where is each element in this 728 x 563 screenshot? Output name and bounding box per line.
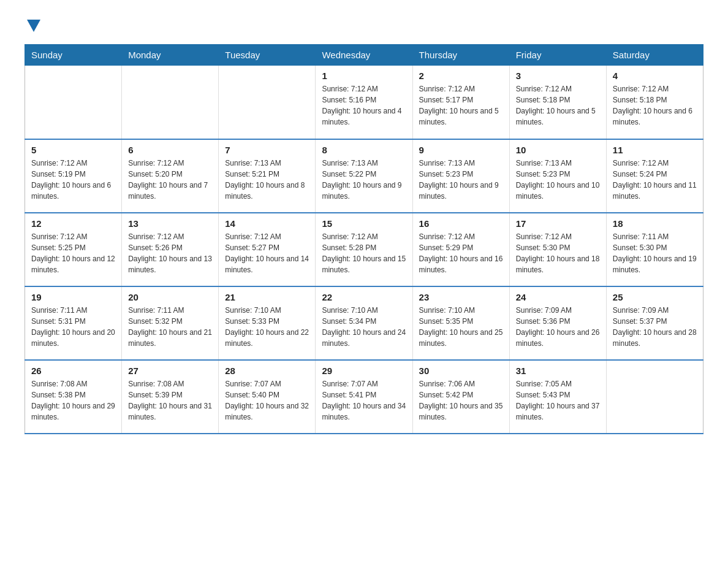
calendar-cell: 17Sunrise: 7:12 AMSunset: 5:30 PMDayligh…	[509, 213, 606, 286]
day-number: 22	[322, 292, 406, 302]
calendar-cell: 9Sunrise: 7:13 AMSunset: 5:23 PMDaylight…	[412, 139, 509, 213]
calendar-cell: 30Sunrise: 7:06 AMSunset: 5:42 PMDayligh…	[412, 360, 509, 434]
day-number: 28	[225, 366, 309, 376]
day-number: 5	[31, 145, 115, 155]
calendar-cell: 20Sunrise: 7:11 AMSunset: 5:32 PMDayligh…	[122, 286, 219, 360]
day-info: Sunrise: 7:12 AMSunset: 5:16 PMDaylight:…	[322, 83, 406, 128]
day-number: 6	[128, 145, 212, 155]
header-friday: Friday	[509, 45, 606, 66]
calendar-cell: 2Sunrise: 7:12 AMSunset: 5:17 PMDaylight…	[412, 66, 509, 139]
day-number: 9	[419, 145, 503, 155]
logo-triangle-icon	[27, 20, 40, 32]
calendar-cell: 13Sunrise: 7:12 AMSunset: 5:26 PMDayligh…	[122, 213, 219, 286]
day-info: Sunrise: 7:11 AMSunset: 5:32 PMDaylight:…	[128, 305, 212, 349]
day-number: 3	[516, 71, 600, 81]
calendar-cell: 4Sunrise: 7:12 AMSunset: 5:18 PMDaylight…	[606, 66, 703, 139]
day-number: 8	[322, 145, 406, 155]
day-info: Sunrise: 7:12 AMSunset: 5:30 PMDaylight:…	[516, 231, 600, 275]
day-info: Sunrise: 7:07 AMSunset: 5:40 PMDaylight:…	[225, 378, 309, 423]
day-info: Sunrise: 7:09 AMSunset: 5:36 PMDaylight:…	[516, 305, 600, 349]
day-info: Sunrise: 7:11 AMSunset: 5:30 PMDaylight:…	[613, 231, 697, 275]
day-number: 11	[613, 145, 697, 155]
day-number: 21	[225, 292, 309, 302]
day-number: 13	[128, 218, 212, 229]
day-info: Sunrise: 7:06 AMSunset: 5:42 PMDaylight:…	[419, 378, 503, 423]
day-info: Sunrise: 7:12 AMSunset: 5:19 PMDaylight:…	[31, 158, 115, 202]
calendar-week-row: 19Sunrise: 7:11 AMSunset: 5:31 PMDayligh…	[25, 286, 703, 360]
day-info: Sunrise: 7:12 AMSunset: 5:20 PMDaylight:…	[128, 158, 212, 202]
day-number: 1	[322, 71, 406, 81]
calendar-cell: 25Sunrise: 7:09 AMSunset: 5:37 PMDayligh…	[606, 286, 703, 360]
calendar-cell: 22Sunrise: 7:10 AMSunset: 5:34 PMDayligh…	[316, 286, 412, 360]
header-thursday: Thursday	[412, 45, 509, 66]
calendar-cell: 6Sunrise: 7:12 AMSunset: 5:20 PMDaylight…	[122, 139, 219, 213]
day-info: Sunrise: 7:12 AMSunset: 5:27 PMDaylight:…	[225, 231, 309, 275]
calendar-week-row: 5Sunrise: 7:12 AMSunset: 5:19 PMDaylight…	[25, 139, 703, 213]
calendar-cell: 11Sunrise: 7:12 AMSunset: 5:24 PMDayligh…	[606, 139, 703, 213]
header-wednesday: Wednesday	[316, 45, 412, 66]
day-info: Sunrise: 7:12 AMSunset: 5:26 PMDaylight:…	[128, 231, 212, 275]
calendar-cell: 31Sunrise: 7:05 AMSunset: 5:43 PMDayligh…	[509, 360, 606, 434]
calendar-cell: 12Sunrise: 7:12 AMSunset: 5:25 PMDayligh…	[25, 213, 122, 286]
day-number: 15	[322, 218, 406, 229]
calendar-header-row: Sunday Monday Tuesday Wednesday Thursday…	[25, 45, 703, 66]
logo	[25, 18, 40, 32]
day-info: Sunrise: 7:13 AMSunset: 5:22 PMDaylight:…	[322, 158, 406, 202]
day-number: 12	[31, 218, 115, 229]
calendar-cell: 19Sunrise: 7:11 AMSunset: 5:31 PMDayligh…	[25, 286, 122, 360]
calendar-cell: 21Sunrise: 7:10 AMSunset: 5:33 PMDayligh…	[219, 286, 316, 360]
calendar-cell	[219, 66, 316, 139]
calendar-cell	[122, 66, 219, 139]
header-monday: Monday	[122, 45, 219, 66]
header-tuesday: Tuesday	[219, 45, 316, 66]
day-number: 24	[516, 292, 600, 302]
day-info: Sunrise: 7:12 AMSunset: 5:29 PMDaylight:…	[419, 231, 503, 275]
day-info: Sunrise: 7:12 AMSunset: 5:25 PMDaylight:…	[31, 231, 115, 275]
calendar-cell: 26Sunrise: 7:08 AMSunset: 5:38 PMDayligh…	[25, 360, 122, 434]
calendar-cell	[606, 360, 703, 434]
day-number: 10	[516, 145, 600, 155]
day-number: 4	[613, 71, 697, 81]
day-info: Sunrise: 7:10 AMSunset: 5:34 PMDaylight:…	[322, 305, 406, 349]
day-number: 19	[31, 292, 115, 302]
calendar-cell: 8Sunrise: 7:13 AMSunset: 5:22 PMDaylight…	[316, 139, 412, 213]
day-info: Sunrise: 7:12 AMSunset: 5:18 PMDaylight:…	[516, 83, 600, 128]
day-info: Sunrise: 7:08 AMSunset: 5:38 PMDaylight:…	[31, 378, 115, 423]
calendar-cell: 15Sunrise: 7:12 AMSunset: 5:28 PMDayligh…	[316, 213, 412, 286]
day-number: 23	[419, 292, 503, 302]
day-number: 31	[516, 366, 600, 376]
day-number: 26	[31, 366, 115, 376]
day-info: Sunrise: 7:10 AMSunset: 5:35 PMDaylight:…	[419, 305, 503, 349]
day-info: Sunrise: 7:08 AMSunset: 5:39 PMDaylight:…	[128, 378, 212, 423]
day-number: 25	[613, 292, 697, 302]
day-info: Sunrise: 7:13 AMSunset: 5:21 PMDaylight:…	[225, 158, 309, 202]
calendar-week-row: 26Sunrise: 7:08 AMSunset: 5:38 PMDayligh…	[25, 360, 703, 434]
calendar-week-row: 1Sunrise: 7:12 AMSunset: 5:16 PMDaylight…	[25, 66, 703, 139]
header-sunday: Sunday	[25, 45, 122, 66]
svg-marker-0	[27, 20, 40, 32]
day-number: 30	[419, 366, 503, 376]
day-number: 7	[225, 145, 309, 155]
calendar-cell: 10Sunrise: 7:13 AMSunset: 5:23 PMDayligh…	[509, 139, 606, 213]
calendar-cell: 23Sunrise: 7:10 AMSunset: 5:35 PMDayligh…	[412, 286, 509, 360]
day-number: 20	[128, 292, 212, 302]
day-number: 14	[225, 218, 309, 229]
day-info: Sunrise: 7:13 AMSunset: 5:23 PMDaylight:…	[516, 158, 600, 202]
day-info: Sunrise: 7:09 AMSunset: 5:37 PMDaylight:…	[613, 305, 697, 349]
day-number: 16	[419, 218, 503, 229]
calendar-cell: 18Sunrise: 7:11 AMSunset: 5:30 PMDayligh…	[606, 213, 703, 286]
day-info: Sunrise: 7:12 AMSunset: 5:24 PMDaylight:…	[613, 158, 697, 202]
day-info: Sunrise: 7:12 AMSunset: 5:18 PMDaylight:…	[613, 83, 697, 128]
calendar-cell: 5Sunrise: 7:12 AMSunset: 5:19 PMDaylight…	[25, 139, 122, 213]
header-saturday: Saturday	[606, 45, 703, 66]
day-info: Sunrise: 7:13 AMSunset: 5:23 PMDaylight:…	[419, 158, 503, 202]
day-info: Sunrise: 7:11 AMSunset: 5:31 PMDaylight:…	[31, 305, 115, 349]
day-number: 18	[613, 218, 697, 229]
page-header	[25, 18, 703, 32]
day-info: Sunrise: 7:07 AMSunset: 5:41 PMDaylight:…	[322, 378, 406, 423]
day-number: 2	[419, 71, 503, 81]
calendar-cell: 1Sunrise: 7:12 AMSunset: 5:16 PMDaylight…	[316, 66, 412, 139]
calendar-week-row: 12Sunrise: 7:12 AMSunset: 5:25 PMDayligh…	[25, 213, 703, 286]
day-number: 29	[322, 366, 406, 376]
calendar-table: Sunday Monday Tuesday Wednesday Thursday…	[25, 44, 703, 434]
